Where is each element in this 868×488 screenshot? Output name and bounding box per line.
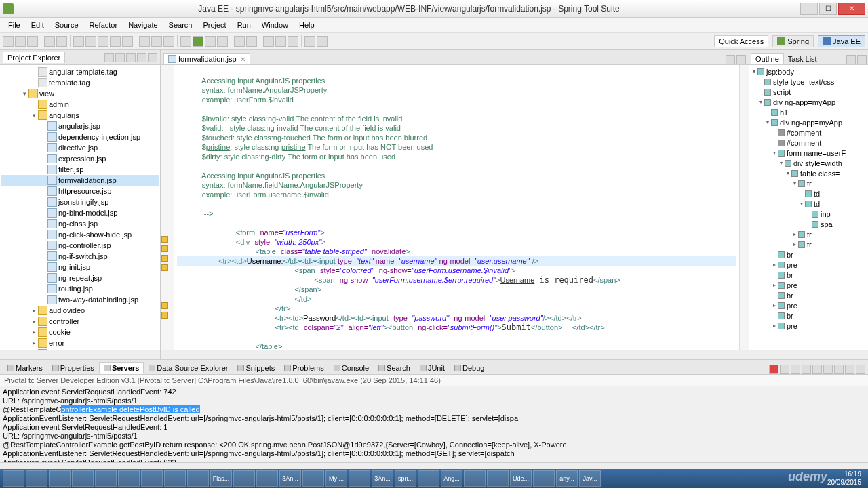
forward-icon[interactable] [317,36,328,47]
outline-item[interactable]: ▾form name=userF [751,148,867,158]
warning-marker-icon[interactable] [161,312,168,319]
skip-icon[interactable] [73,36,84,47]
code-editor[interactable]: Accessing input AngularJS properties syn… [174,65,739,350]
save-all-icon[interactable] [27,36,38,47]
taskbar-app[interactable] [187,470,209,487]
menu-navigate[interactable]: Navigate [123,20,163,30]
taskbar-app[interactable] [3,470,24,487]
debug-icon[interactable] [180,36,191,47]
remove-icon[interactable] [780,365,789,374]
maximize-editor-icon[interactable] [736,55,746,64]
save-icon[interactable] [15,36,26,47]
warning-marker-icon[interactable] [161,255,168,262]
tab-markers[interactable]: Markers [3,362,47,374]
link-editor-icon[interactable] [115,53,125,62]
editor-tab-formvalidation[interactable]: formvalidation.jsp ✕ [163,53,250,64]
maximize-outline-icon[interactable] [857,55,867,64]
taskbar-app[interactable]: spri... [395,470,416,487]
step-into-icon[interactable] [139,36,150,47]
taskbar-app[interactable]: Ude... [510,470,532,487]
collapse-all-icon[interactable] [104,53,114,62]
taskbar-app[interactable] [49,470,71,487]
outline-item[interactable]: spa [751,219,867,229]
outline-tab[interactable]: Outline [751,53,784,64]
new-icon[interactable] [3,36,14,47]
run-last-icon[interactable] [205,36,216,47]
outline-item[interactable]: ▾td [751,199,867,209]
menu-edit[interactable]: Edit [26,20,50,30]
tree-item[interactable]: directive.jsp [1,142,159,153]
taskbar-app[interactable]: Ang... [441,470,462,487]
outline-item[interactable]: ▸pre [751,300,867,310]
tree-item[interactable]: expression.jsp [1,153,159,164]
tree-item[interactable]: angular-template.tag [1,66,159,77]
menu-source[interactable]: Source [50,20,84,30]
taskbar-app[interactable] [349,470,370,487]
outline-item[interactable]: ▾jsp:body [751,66,867,77]
taskbar-app[interactable] [256,470,278,487]
editor-hscroll[interactable] [161,350,749,359]
taskbar-app[interactable] [164,470,186,487]
outline-item[interactable]: ▸tr [751,239,867,249]
outline-hscroll[interactable] [749,350,868,359]
outline-item[interactable]: ▾div style=width [751,158,867,168]
minimize-bottom-icon[interactable] [845,365,854,374]
open-type-icon[interactable] [263,36,274,47]
outline-item[interactable]: br [751,270,867,280]
pin-icon[interactable] [802,365,811,374]
outline-item[interactable]: #comment [751,127,867,138]
perspective-spring[interactable]: Spring [772,35,814,47]
display-icon[interactable] [812,365,822,374]
tab-snippets[interactable]: Snippets [233,362,279,374]
overview-ruler[interactable] [739,65,749,350]
taskbar-app[interactable] [533,470,555,487]
outline-item[interactable]: ▸pre [751,321,867,331]
tree-item[interactable]: ▸error [1,338,159,348]
toggle-icon[interactable] [44,36,55,47]
outline-item[interactable]: br [751,249,867,260]
outline-item[interactable]: ▸pre [751,260,867,270]
warning-marker-icon[interactable] [161,236,168,243]
system-clock[interactable]: 16:1920/09/2015 [823,470,865,487]
outline-item[interactable]: style type=text/css [751,77,867,87]
taskbar-app[interactable] [487,470,509,487]
tab-debug[interactable]: Debug [450,362,489,374]
terminate-icon[interactable] [769,365,778,374]
tree-item[interactable]: admin [1,99,159,110]
back-icon[interactable] [304,36,315,47]
coverage-icon[interactable] [217,36,228,47]
outline-item[interactable]: ▸tr [751,229,867,239]
close-button[interactable]: ✕ [838,3,865,15]
perspective-javaee[interactable]: Java EE [818,35,865,47]
outline-item[interactable]: ▾div ng-app=myApp [751,97,867,107]
tree-item[interactable]: routing.jsp [1,283,159,294]
tab-search[interactable]: Search [374,362,415,374]
taskbar-app[interactable] [95,470,117,487]
step-return-icon[interactable] [163,36,174,47]
outline-item[interactable]: ▸pre [751,280,867,290]
tree-item[interactable]: ▸cookie [1,327,159,338]
tree-item[interactable]: ng-click-show-hide.jsp [1,229,159,240]
tree-item[interactable]: httpresource.jsp [1,186,159,197]
resume-icon[interactable] [85,36,96,47]
scroll-lock-icon[interactable] [823,365,833,374]
disconnect-icon[interactable] [122,36,133,47]
console-output[interactable]: Application event ServletRequestHandledE… [0,386,868,462]
tab-problems[interactable]: Problems [279,362,328,374]
menu-help[interactable]: Help [294,20,320,30]
taskbar-app[interactable] [118,470,140,487]
project-explorer-tab[interactable]: Project Explorer [3,52,65,63]
taskbar-app[interactable] [141,470,163,487]
outline-item[interactable]: h1 [751,107,867,117]
taskbar-app[interactable] [464,470,486,487]
minimize-editor-icon[interactable] [726,55,735,64]
menu-project[interactable]: Project [197,20,231,30]
taskbar-app[interactable]: Flas... [210,470,232,487]
annotation-icon[interactable] [288,36,298,47]
outline-item[interactable]: br [751,290,867,300]
maximize-panel-icon[interactable] [148,53,157,62]
tree-item[interactable]: jsonstringify.jsp [1,197,159,207]
tree-item[interactable]: ng-class.jsp [1,218,159,229]
menu-window[interactable]: Window [256,20,294,30]
run-icon[interactable] [193,36,203,47]
